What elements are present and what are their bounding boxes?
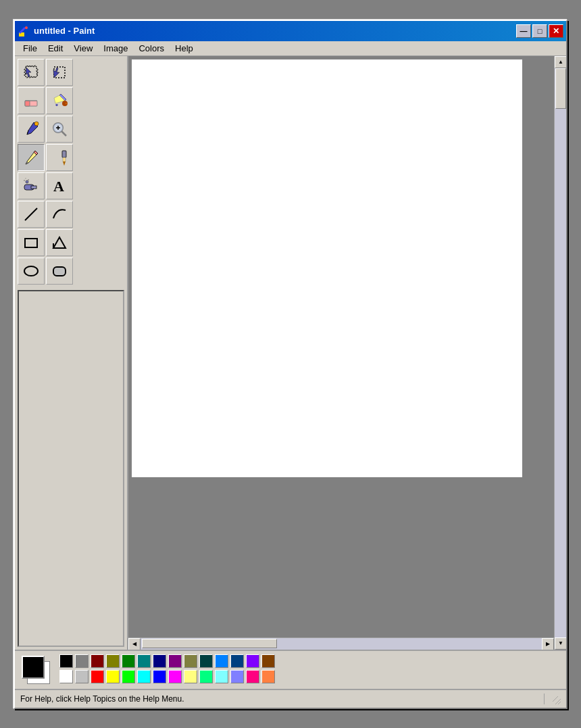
color-cell[interactable] <box>91 654 104 668</box>
eyedropper-tool[interactable] <box>18 116 45 143</box>
menu-bar: File Edit View Image Colors Help <box>15 41 566 56</box>
close-button[interactable]: ✕ <box>549 24 563 38</box>
vertical-scrollbar[interactable]: ▲ ▼ <box>554 56 566 650</box>
color-palette <box>59 654 276 685</box>
rectangle-tool[interactable] <box>18 229 45 256</box>
brush-tool[interactable] <box>46 144 73 171</box>
scroll-right-button[interactable]: ▶ <box>542 638 554 650</box>
color-cell[interactable] <box>137 670 151 683</box>
color-cell[interactable] <box>230 654 244 668</box>
svg-point-23 <box>25 178 26 178</box>
color-palette-bar <box>15 650 566 689</box>
color-cell[interactable] <box>246 654 259 668</box>
status-divider <box>544 694 545 704</box>
pencil-tool[interactable] <box>18 144 45 171</box>
svg-line-33 <box>558 702 561 704</box>
color-cell[interactable] <box>122 654 135 668</box>
vertical-scroll-thumb[interactable] <box>555 68 566 109</box>
color-cell[interactable] <box>153 654 166 668</box>
svg-line-13 <box>61 131 66 136</box>
color-cell[interactable] <box>91 670 104 683</box>
menu-help[interactable]: Help <box>170 42 199 55</box>
color-cell[interactable] <box>215 654 228 668</box>
main-content: A <box>15 56 566 650</box>
color-cell[interactable] <box>137 654 151 668</box>
svg-rect-6 <box>25 101 30 106</box>
horizontal-scrollbar[interactable]: ◀ ▶ <box>128 637 554 650</box>
svg-point-1 <box>25 26 28 29</box>
svg-rect-17 <box>63 157 66 162</box>
eraser-tool[interactable] <box>18 87 45 114</box>
color-cell[interactable] <box>75 670 89 683</box>
svg-point-22 <box>28 179 29 180</box>
menu-view[interactable]: View <box>68 42 98 55</box>
color-cell[interactable] <box>246 670 259 683</box>
color-cell[interactable] <box>59 654 73 668</box>
menu-colors[interactable]: Colors <box>133 42 170 55</box>
curve-tool[interactable] <box>46 201 73 228</box>
svg-marker-2 <box>26 68 31 77</box>
minimize-button[interactable]: — <box>516 24 531 38</box>
svg-text:A: A <box>53 178 64 195</box>
window-title: untitled - Paint <box>34 26 513 36</box>
color-cell[interactable] <box>230 670 244 683</box>
window-controls: — □ ✕ <box>516 24 563 38</box>
tool-grid: A <box>18 59 124 285</box>
svg-line-25 <box>25 208 37 220</box>
svg-marker-27 <box>53 237 66 248</box>
airbrush-tool[interactable] <box>18 172 45 199</box>
svg-rect-19 <box>31 186 36 189</box>
color-cell[interactable] <box>106 654 120 668</box>
resize-grip-icon <box>550 694 561 704</box>
color-cell[interactable] <box>199 654 213 668</box>
magnify-tool[interactable] <box>46 116 73 143</box>
scroll-left-button[interactable]: ◀ <box>128 638 141 650</box>
svg-line-31 <box>553 696 558 702</box>
color-cell[interactable] <box>168 654 182 668</box>
svg-rect-30 <box>53 267 66 276</box>
status-text: For Help, click Help Topics on the Help … <box>20 694 538 704</box>
free-select-tool[interactable] <box>18 59 45 86</box>
svg-point-10 <box>34 122 39 126</box>
scroll-down-button[interactable]: ▼ <box>555 637 566 650</box>
title-bar: untitled - Paint — □ ✕ <box>15 21 566 41</box>
foreground-color-box[interactable] <box>22 656 45 679</box>
toolbar: A <box>15 56 128 650</box>
scroll-up-button[interactable]: ▲ <box>555 56 566 68</box>
menu-edit[interactable]: Edit <box>43 42 68 55</box>
svg-rect-16 <box>62 151 66 157</box>
color-cell[interactable] <box>75 654 89 668</box>
svg-point-20 <box>26 180 28 183</box>
svg-rect-26 <box>25 239 37 247</box>
color-cell[interactable] <box>122 670 135 683</box>
svg-line-32 <box>555 699 561 704</box>
status-bar: For Help, click Help Topics on the Help … <box>15 689 566 708</box>
canvas-scroll-area[interactable]: ▲ ▼ ◀ ▶ <box>128 56 566 650</box>
canvas-container: ▲ ▼ ◀ ▶ <box>128 56 566 650</box>
maximize-button[interactable]: □ <box>532 24 547 38</box>
color-cell[interactable] <box>153 670 166 683</box>
color-cell[interactable] <box>59 670 73 683</box>
color-cell[interactable] <box>106 670 120 683</box>
menu-file[interactable]: File <box>18 42 43 55</box>
color-cell[interactable] <box>168 670 182 683</box>
color-cell[interactable] <box>215 670 228 683</box>
polygon-tool[interactable] <box>46 229 73 256</box>
color-cell[interactable] <box>184 654 197 668</box>
color-cell[interactable] <box>261 654 275 668</box>
selected-colors <box>20 654 54 685</box>
svg-point-21 <box>24 180 25 181</box>
line-tool[interactable] <box>18 201 45 228</box>
app-icon <box>18 24 31 38</box>
drawing-canvas[interactable] <box>131 59 523 478</box>
horizontal-scroll-thumb[interactable] <box>142 639 277 648</box>
fill-tool[interactable] <box>46 87 73 114</box>
color-cell[interactable] <box>199 670 213 683</box>
rect-select-tool[interactable] <box>46 59 73 86</box>
text-tool[interactable]: A <box>46 172 73 199</box>
color-cell[interactable] <box>184 670 197 683</box>
menu-image[interactable]: Image <box>98 42 133 55</box>
color-cell[interactable] <box>261 670 275 683</box>
ellipse-tool[interactable] <box>18 258 45 285</box>
rounded-rect-tool[interactable] <box>46 258 73 285</box>
